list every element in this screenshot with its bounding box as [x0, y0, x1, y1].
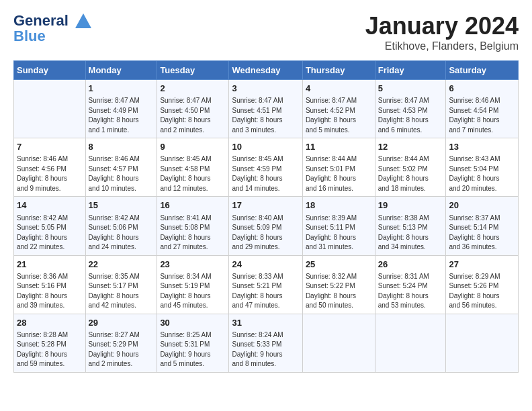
- calendar-cell: [375, 314, 446, 372]
- day-number: 27: [449, 259, 515, 271]
- calendar-cell: 19Sunrise: 8:38 AM Sunset: 5:13 PM Dayli…: [375, 197, 446, 255]
- calendar-cell: 2Sunrise: 8:47 AM Sunset: 4:50 PM Daylig…: [157, 80, 229, 138]
- day-number: 4: [306, 83, 372, 95]
- calendar-cell: 29Sunrise: 8:27 AM Sunset: 5:29 PM Dayli…: [85, 314, 157, 372]
- cell-info: Sunrise: 8:27 AM Sunset: 5:29 PM Dayligh…: [89, 330, 154, 369]
- calendar-cell: 26Sunrise: 8:31 AM Sunset: 5:24 PM Dayli…: [375, 255, 446, 314]
- cell-info: Sunrise: 8:45 AM Sunset: 4:58 PM Dayligh…: [160, 154, 226, 193]
- calendar-cell: 14Sunrise: 8:42 AM Sunset: 5:05 PM Dayli…: [14, 197, 86, 255]
- week-row-2: 7Sunrise: 8:46 AM Sunset: 4:56 PM Daylig…: [14, 138, 519, 197]
- cell-info: Sunrise: 8:39 AM Sunset: 5:11 PM Dayligh…: [306, 214, 372, 253]
- day-number: 17: [232, 199, 299, 212]
- day-header-friday: Friday: [375, 61, 446, 80]
- week-row-1: 1Sunrise: 8:47 AM Sunset: 4:49 PM Daylig…: [14, 80, 519, 138]
- calendar-cell: 4Sunrise: 8:47 AM Sunset: 4:52 PM Daylig…: [302, 80, 375, 138]
- month-title: January 2024: [365, 12, 519, 40]
- day-number: 19: [378, 199, 443, 212]
- cell-info: Sunrise: 8:45 AM Sunset: 4:59 PM Dayligh…: [232, 154, 299, 193]
- week-row-5: 28Sunrise: 8:28 AM Sunset: 5:28 PM Dayli…: [14, 314, 519, 372]
- calendar-cell: 7Sunrise: 8:46 AM Sunset: 4:56 PM Daylig…: [14, 138, 86, 197]
- location-subtitle: Etikhove, Flanders, Belgium: [365, 40, 519, 52]
- day-number: 28: [17, 317, 83, 329]
- day-number: 22: [89, 259, 154, 271]
- calendar-cell: 11Sunrise: 8:44 AM Sunset: 5:01 PM Dayli…: [302, 138, 375, 197]
- cell-info: Sunrise: 8:31 AM Sunset: 5:24 PM Dayligh…: [378, 272, 443, 311]
- day-number: 12: [378, 141, 443, 153]
- day-number: 11: [306, 141, 372, 153]
- calendar-cell: [302, 314, 375, 372]
- cell-info: Sunrise: 8:42 AM Sunset: 5:06 PM Dayligh…: [89, 214, 154, 253]
- day-header-wednesday: Wednesday: [229, 61, 302, 80]
- day-number: 24: [232, 259, 299, 271]
- cell-info: Sunrise: 8:47 AM Sunset: 4:50 PM Dayligh…: [160, 96, 226, 135]
- cell-info: Sunrise: 8:47 AM Sunset: 4:51 PM Dayligh…: [232, 96, 299, 135]
- day-number: 29: [89, 317, 154, 329]
- calendar-cell: 15Sunrise: 8:42 AM Sunset: 5:06 PM Dayli…: [85, 197, 157, 255]
- day-number: 6: [449, 83, 515, 95]
- calendar-cell: 24Sunrise: 8:33 AM Sunset: 5:21 PM Dayli…: [229, 255, 302, 314]
- svg-marker-0: [75, 13, 91, 28]
- calendar-cell: 13Sunrise: 8:43 AM Sunset: 5:04 PM Dayli…: [446, 138, 519, 197]
- cell-info: Sunrise: 8:42 AM Sunset: 5:05 PM Dayligh…: [17, 214, 83, 253]
- calendar-cell: 28Sunrise: 8:28 AM Sunset: 5:28 PM Dayli…: [14, 314, 86, 372]
- cell-info: Sunrise: 8:47 AM Sunset: 4:49 PM Dayligh…: [89, 96, 154, 135]
- logo-icon: [74, 12, 93, 31]
- day-header-monday: Monday: [85, 61, 157, 80]
- cell-info: Sunrise: 8:29 AM Sunset: 5:26 PM Dayligh…: [449, 272, 515, 311]
- day-number: 8: [89, 141, 154, 153]
- page-header: General Blue January 2024 Etikhove, Flan…: [13, 12, 519, 52]
- calendar-cell: 1Sunrise: 8:47 AM Sunset: 4:49 PM Daylig…: [85, 80, 157, 138]
- calendar-cell: 12Sunrise: 8:44 AM Sunset: 5:02 PM Dayli…: [375, 138, 446, 197]
- day-number: 25: [306, 259, 372, 271]
- calendar-cell: 22Sunrise: 8:35 AM Sunset: 5:17 PM Dayli…: [85, 255, 157, 314]
- calendar-cell: 21Sunrise: 8:36 AM Sunset: 5:16 PM Dayli…: [14, 255, 86, 314]
- cell-info: Sunrise: 8:44 AM Sunset: 5:02 PM Dayligh…: [378, 154, 443, 193]
- cell-info: Sunrise: 8:34 AM Sunset: 5:19 PM Dayligh…: [160, 272, 226, 311]
- cell-info: Sunrise: 8:44 AM Sunset: 5:01 PM Dayligh…: [306, 154, 372, 193]
- cell-info: Sunrise: 8:28 AM Sunset: 5:28 PM Dayligh…: [17, 330, 83, 369]
- cell-info: Sunrise: 8:35 AM Sunset: 5:17 PM Dayligh…: [89, 272, 154, 311]
- calendar-cell: 3Sunrise: 8:47 AM Sunset: 4:51 PM Daylig…: [229, 80, 302, 138]
- cell-info: Sunrise: 8:46 AM Sunset: 4:57 PM Dayligh…: [89, 154, 154, 193]
- calendar-cell: 20Sunrise: 8:37 AM Sunset: 5:14 PM Dayli…: [446, 197, 519, 255]
- calendar-cell: 25Sunrise: 8:32 AM Sunset: 5:22 PM Dayli…: [302, 255, 375, 314]
- cell-info: Sunrise: 8:37 AM Sunset: 5:14 PM Dayligh…: [449, 214, 515, 253]
- cell-info: Sunrise: 8:38 AM Sunset: 5:13 PM Dayligh…: [378, 214, 443, 253]
- title-block: January 2024 Etikhove, Flanders, Belgium: [365, 12, 519, 52]
- day-header-sunday: Sunday: [14, 61, 86, 80]
- cell-info: Sunrise: 8:33 AM Sunset: 5:21 PM Dayligh…: [232, 272, 299, 311]
- calendar-cell: 16Sunrise: 8:41 AM Sunset: 5:08 PM Dayli…: [157, 197, 229, 255]
- calendar-cell: 27Sunrise: 8:29 AM Sunset: 5:26 PM Dayli…: [446, 255, 519, 314]
- day-number: 20: [449, 199, 515, 212]
- day-number: 1: [89, 83, 154, 95]
- day-number: 14: [17, 199, 83, 212]
- day-number: 26: [378, 259, 443, 271]
- day-header-thursday: Thursday: [302, 61, 375, 80]
- day-number: 2: [160, 83, 226, 95]
- day-number: 15: [89, 199, 154, 212]
- day-number: 18: [306, 199, 372, 212]
- calendar-cell: 5Sunrise: 8:47 AM Sunset: 4:53 PM Daylig…: [375, 80, 446, 138]
- logo: General Blue: [13, 12, 93, 44]
- week-row-3: 14Sunrise: 8:42 AM Sunset: 5:05 PM Dayli…: [14, 197, 519, 255]
- day-number: 5: [378, 83, 443, 95]
- calendar-cell: 17Sunrise: 8:40 AM Sunset: 5:09 PM Dayli…: [229, 197, 302, 255]
- cell-info: Sunrise: 8:25 AM Sunset: 5:31 PM Dayligh…: [160, 330, 226, 369]
- calendar-cell: 9Sunrise: 8:45 AM Sunset: 4:58 PM Daylig…: [157, 138, 229, 197]
- week-row-4: 21Sunrise: 8:36 AM Sunset: 5:16 PM Dayli…: [14, 255, 519, 314]
- calendar-cell: 23Sunrise: 8:34 AM Sunset: 5:19 PM Dayli…: [157, 255, 229, 314]
- cell-info: Sunrise: 8:41 AM Sunset: 5:08 PM Dayligh…: [160, 214, 226, 253]
- cell-info: Sunrise: 8:46 AM Sunset: 4:54 PM Dayligh…: [449, 96, 515, 135]
- day-number: 13: [449, 141, 515, 153]
- cell-info: Sunrise: 8:43 AM Sunset: 5:04 PM Dayligh…: [449, 154, 515, 193]
- calendar-cell: 30Sunrise: 8:25 AM Sunset: 5:31 PM Dayli…: [157, 314, 229, 372]
- cell-info: Sunrise: 8:47 AM Sunset: 4:52 PM Dayligh…: [306, 96, 372, 135]
- day-number: 21: [17, 259, 83, 271]
- day-number: 23: [160, 259, 226, 271]
- calendar-cell: [446, 314, 519, 372]
- calendar-cell: [14, 80, 86, 138]
- day-number: 3: [232, 83, 299, 95]
- day-number: 10: [232, 141, 299, 153]
- day-number: 16: [160, 199, 226, 212]
- day-number: 31: [232, 317, 299, 329]
